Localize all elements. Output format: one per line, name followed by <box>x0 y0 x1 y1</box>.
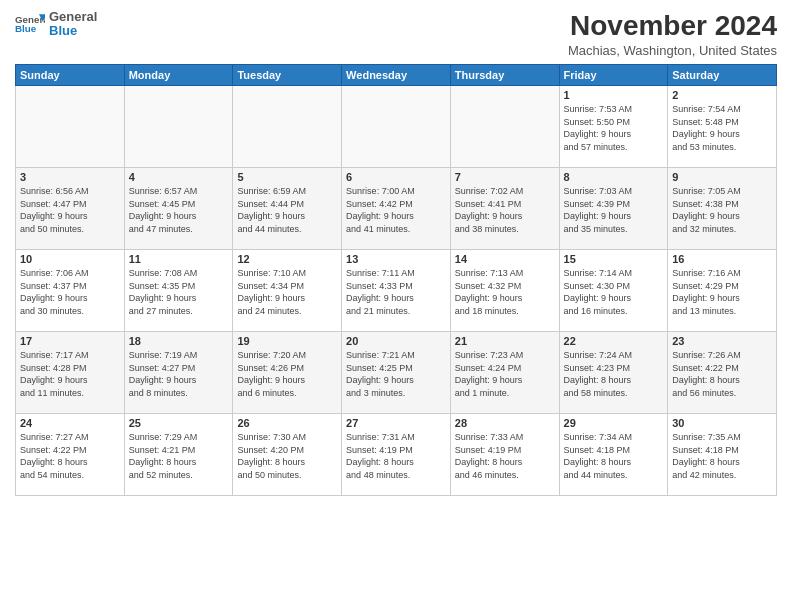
calendar-cell: 12Sunrise: 7:10 AM Sunset: 4:34 PM Dayli… <box>233 250 342 332</box>
calendar-cell <box>450 86 559 168</box>
col-wednesday: Wednesday <box>342 65 451 86</box>
calendar-cell <box>16 86 125 168</box>
calendar-cell: 1Sunrise: 7:53 AM Sunset: 5:50 PM Daylig… <box>559 86 668 168</box>
day-info: Sunrise: 7:11 AM Sunset: 4:33 PM Dayligh… <box>346 267 446 317</box>
calendar-cell: 15Sunrise: 7:14 AM Sunset: 4:30 PM Dayli… <box>559 250 668 332</box>
calendar-cell: 22Sunrise: 7:24 AM Sunset: 4:23 PM Dayli… <box>559 332 668 414</box>
calendar-cell: 7Sunrise: 7:02 AM Sunset: 4:41 PM Daylig… <box>450 168 559 250</box>
calendar-cell: 4Sunrise: 6:57 AM Sunset: 4:45 PM Daylig… <box>124 168 233 250</box>
calendar-cell: 30Sunrise: 7:35 AM Sunset: 4:18 PM Dayli… <box>668 414 777 496</box>
location: Machias, Washington, United States <box>568 43 777 58</box>
calendar-cell: 21Sunrise: 7:23 AM Sunset: 4:24 PM Dayli… <box>450 332 559 414</box>
day-number: 9 <box>672 171 772 183</box>
calendar-header-row: Sunday Monday Tuesday Wednesday Thursday… <box>16 65 777 86</box>
logo-text: General Blue <box>49 10 97 39</box>
col-sunday: Sunday <box>16 65 125 86</box>
day-info: Sunrise: 7:24 AM Sunset: 4:23 PM Dayligh… <box>564 349 664 399</box>
day-info: Sunrise: 7:03 AM Sunset: 4:39 PM Dayligh… <box>564 185 664 235</box>
day-info: Sunrise: 7:13 AM Sunset: 4:32 PM Dayligh… <box>455 267 555 317</box>
calendar-cell: 16Sunrise: 7:16 AM Sunset: 4:29 PM Dayli… <box>668 250 777 332</box>
day-number: 12 <box>237 253 337 265</box>
day-number: 2 <box>672 89 772 101</box>
day-number: 8 <box>564 171 664 183</box>
logo: General Blue General Blue <box>15 10 97 39</box>
day-info: Sunrise: 7:33 AM Sunset: 4:19 PM Dayligh… <box>455 431 555 481</box>
calendar: Sunday Monday Tuesday Wednesday Thursday… <box>15 64 777 496</box>
day-number: 7 <box>455 171 555 183</box>
calendar-week-3: 10Sunrise: 7:06 AM Sunset: 4:37 PM Dayli… <box>16 250 777 332</box>
day-info: Sunrise: 7:35 AM Sunset: 4:18 PM Dayligh… <box>672 431 772 481</box>
day-number: 26 <box>237 417 337 429</box>
day-number: 25 <box>129 417 229 429</box>
day-info: Sunrise: 7:05 AM Sunset: 4:38 PM Dayligh… <box>672 185 772 235</box>
day-info: Sunrise: 7:14 AM Sunset: 4:30 PM Dayligh… <box>564 267 664 317</box>
day-info: Sunrise: 7:08 AM Sunset: 4:35 PM Dayligh… <box>129 267 229 317</box>
day-info: Sunrise: 6:57 AM Sunset: 4:45 PM Dayligh… <box>129 185 229 235</box>
calendar-cell: 8Sunrise: 7:03 AM Sunset: 4:39 PM Daylig… <box>559 168 668 250</box>
day-number: 18 <box>129 335 229 347</box>
day-number: 23 <box>672 335 772 347</box>
day-info: Sunrise: 7:23 AM Sunset: 4:24 PM Dayligh… <box>455 349 555 399</box>
day-number: 5 <box>237 171 337 183</box>
day-number: 29 <box>564 417 664 429</box>
day-number: 21 <box>455 335 555 347</box>
logo-icon: General Blue <box>15 12 45 36</box>
calendar-cell: 10Sunrise: 7:06 AM Sunset: 4:37 PM Dayli… <box>16 250 125 332</box>
day-number: 3 <box>20 171 120 183</box>
calendar-cell: 5Sunrise: 6:59 AM Sunset: 4:44 PM Daylig… <box>233 168 342 250</box>
calendar-cell: 20Sunrise: 7:21 AM Sunset: 4:25 PM Dayli… <box>342 332 451 414</box>
day-number: 11 <box>129 253 229 265</box>
calendar-cell: 17Sunrise: 7:17 AM Sunset: 4:28 PM Dayli… <box>16 332 125 414</box>
calendar-cell <box>124 86 233 168</box>
calendar-cell: 23Sunrise: 7:26 AM Sunset: 4:22 PM Dayli… <box>668 332 777 414</box>
day-info: Sunrise: 6:59 AM Sunset: 4:44 PM Dayligh… <box>237 185 337 235</box>
day-info: Sunrise: 7:27 AM Sunset: 4:22 PM Dayligh… <box>20 431 120 481</box>
day-number: 4 <box>129 171 229 183</box>
col-thursday: Thursday <box>450 65 559 86</box>
col-friday: Friday <box>559 65 668 86</box>
calendar-week-5: 24Sunrise: 7:27 AM Sunset: 4:22 PM Dayli… <box>16 414 777 496</box>
calendar-week-4: 17Sunrise: 7:17 AM Sunset: 4:28 PM Dayli… <box>16 332 777 414</box>
day-info: Sunrise: 7:19 AM Sunset: 4:27 PM Dayligh… <box>129 349 229 399</box>
day-number: 28 <box>455 417 555 429</box>
day-number: 19 <box>237 335 337 347</box>
day-info: Sunrise: 7:54 AM Sunset: 5:48 PM Dayligh… <box>672 103 772 153</box>
calendar-cell: 26Sunrise: 7:30 AM Sunset: 4:20 PM Dayli… <box>233 414 342 496</box>
day-info: Sunrise: 7:02 AM Sunset: 4:41 PM Dayligh… <box>455 185 555 235</box>
calendar-cell: 11Sunrise: 7:08 AM Sunset: 4:35 PM Dayli… <box>124 250 233 332</box>
calendar-cell: 27Sunrise: 7:31 AM Sunset: 4:19 PM Dayli… <box>342 414 451 496</box>
col-monday: Monday <box>124 65 233 86</box>
day-info: Sunrise: 7:10 AM Sunset: 4:34 PM Dayligh… <box>237 267 337 317</box>
day-info: Sunrise: 7:30 AM Sunset: 4:20 PM Dayligh… <box>237 431 337 481</box>
day-number: 30 <box>672 417 772 429</box>
svg-text:Blue: Blue <box>15 24 37 35</box>
calendar-cell: 13Sunrise: 7:11 AM Sunset: 4:33 PM Dayli… <box>342 250 451 332</box>
day-info: Sunrise: 7:34 AM Sunset: 4:18 PM Dayligh… <box>564 431 664 481</box>
header: General Blue General Blue November 2024 … <box>15 10 777 58</box>
title-block: November 2024 Machias, Washington, Unite… <box>568 10 777 58</box>
day-number: 20 <box>346 335 446 347</box>
day-number: 1 <box>564 89 664 101</box>
col-tuesday: Tuesday <box>233 65 342 86</box>
day-number: 14 <box>455 253 555 265</box>
day-info: Sunrise: 7:20 AM Sunset: 4:26 PM Dayligh… <box>237 349 337 399</box>
day-info: Sunrise: 7:00 AM Sunset: 4:42 PM Dayligh… <box>346 185 446 235</box>
day-number: 24 <box>20 417 120 429</box>
calendar-week-2: 3Sunrise: 6:56 AM Sunset: 4:47 PM Daylig… <box>16 168 777 250</box>
calendar-cell <box>233 86 342 168</box>
day-number: 6 <box>346 171 446 183</box>
calendar-cell: 19Sunrise: 7:20 AM Sunset: 4:26 PM Dayli… <box>233 332 342 414</box>
day-number: 17 <box>20 335 120 347</box>
day-info: Sunrise: 7:53 AM Sunset: 5:50 PM Dayligh… <box>564 103 664 153</box>
calendar-week-1: 1Sunrise: 7:53 AM Sunset: 5:50 PM Daylig… <box>16 86 777 168</box>
month-title: November 2024 <box>568 10 777 42</box>
day-info: Sunrise: 6:56 AM Sunset: 4:47 PM Dayligh… <box>20 185 120 235</box>
calendar-cell: 29Sunrise: 7:34 AM Sunset: 4:18 PM Dayli… <box>559 414 668 496</box>
day-number: 13 <box>346 253 446 265</box>
col-saturday: Saturday <box>668 65 777 86</box>
calendar-cell: 3Sunrise: 6:56 AM Sunset: 4:47 PM Daylig… <box>16 168 125 250</box>
calendar-cell: 24Sunrise: 7:27 AM Sunset: 4:22 PM Dayli… <box>16 414 125 496</box>
day-info: Sunrise: 7:29 AM Sunset: 4:21 PM Dayligh… <box>129 431 229 481</box>
day-number: 22 <box>564 335 664 347</box>
day-number: 27 <box>346 417 446 429</box>
